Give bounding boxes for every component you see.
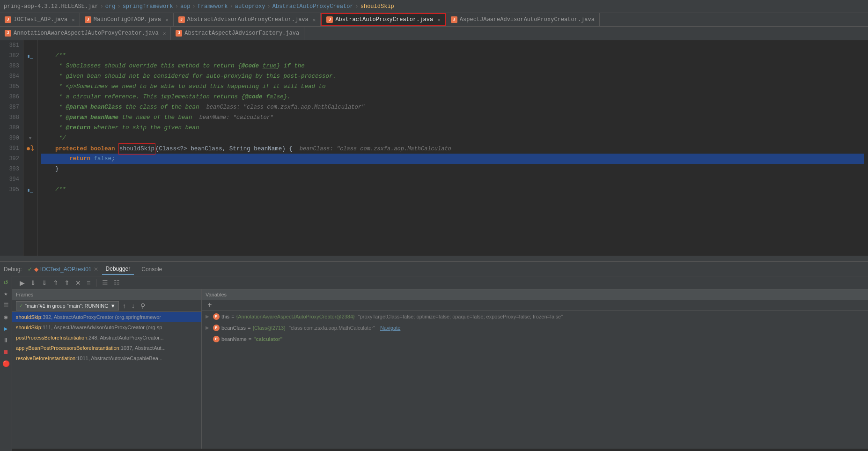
- tab-icon-annotation: J: [5, 30, 11, 37]
- tab-annotation[interactable]: J AnnotationAwareAspectJAutoProxyCreator…: [0, 27, 171, 40]
- var-name-beanclass: beanClass: [221, 323, 246, 333]
- tab-mainconfig[interactable]: J MainConfigOfAOP.java ✕: [80, 13, 174, 26]
- gutter-387: [23, 102, 37, 112]
- tab-close-ioctest[interactable]: ✕: [72, 17, 75, 23]
- sidebar-icon-pause[interactable]: ⏸: [1, 336, 11, 345]
- line-num-388: 388: [4, 112, 19, 123]
- breadcrumb-class[interactable]: AbstractAutoProxyCreator: [272, 3, 353, 10]
- variables-panel: Variables + ▶ P this = {AnnotationAwareA…: [202, 289, 868, 449]
- sidebar-icon-star[interactable]: ★: [1, 289, 11, 298]
- frame-item-2[interactable]: postProcessBeforeInstantiation:248, Abst…: [12, 333, 201, 343]
- restore-button[interactable]: ≡: [85, 278, 92, 288]
- tab-label-abstractadvisor: AbstractAdvisorAutoProxyCreator.java: [187, 16, 309, 23]
- add-variable-button[interactable]: +: [206, 301, 214, 310]
- resume-button[interactable]: ▶: [18, 278, 27, 288]
- horizontal-scrollbar[interactable]: [0, 256, 868, 261]
- line-numbers: 381 382 383 384 385 386 387 388 389 390 …: [0, 40, 23, 256]
- debug-session-close[interactable]: ✕: [94, 266, 98, 273]
- frame-item-1[interactable]: shouldSkip:111, AspectJAwareAdvisorAutoP…: [12, 322, 201, 333]
- sidebar-icon-resume[interactable]: ↺: [1, 277, 11, 287]
- var-equals-this: =: [231, 312, 234, 321]
- breadcrumb-method[interactable]: shouldSkip: [360, 3, 394, 10]
- show-button[interactable]: ☷: [112, 278, 122, 288]
- tab-close-mainconfig[interactable]: ✕: [165, 17, 169, 23]
- frame-item-4[interactable]: resolveBeforeInstantiation:1011, Abstrac…: [12, 353, 201, 363]
- step-over-button[interactable]: ⇓: [29, 278, 38, 288]
- sidebar-icon-list[interactable]: ☰: [1, 301, 11, 310]
- sidebar-icon-dot[interactable]: ◉: [1, 312, 11, 322]
- tab-bar: J IOCTest_AOP.java ✕ J MainConfigOfAOP.j…: [0, 13, 868, 40]
- sidebar-icon-record[interactable]: 🔴: [1, 359, 11, 369]
- thread-up-button[interactable]: ↑: [121, 301, 128, 311]
- tab-aspectjaware[interactable]: J AspectJAwareAdvisorAutoProxyCreator.ja…: [446, 13, 600, 26]
- var-navigate-beanclass[interactable]: Navigate: [380, 323, 400, 333]
- line-num-386: 386: [4, 92, 19, 102]
- var-value-beanclass: {Class@2713}: [252, 323, 286, 333]
- tab-icon-mainconfig: J: [85, 16, 91, 23]
- debug-panel: Debug: ✓ ◆ IOCTest_AOP.test01 ✕ Debugger…: [0, 261, 868, 449]
- tab-close-annotation[interactable]: ✕: [163, 30, 166, 37]
- tab-abstractauto[interactable]: J AbstractAutoProxyCreator.java ✕: [321, 13, 446, 26]
- tab-row-2: J AnnotationAwareAspectJAutoProxyCreator…: [0, 27, 868, 40]
- code-line-381: [41, 40, 864, 51]
- tab-debugger[interactable]: Debugger: [102, 264, 134, 275]
- breadcrumb-sep-1: ›: [100, 3, 103, 10]
- tab-abstractadvisor[interactable]: J AbstractAdvisorAutoProxyCreator.java ✕: [174, 13, 321, 26]
- tab-ioctest[interactable]: J IOCTest_AOP.java ✕: [0, 13, 80, 26]
- frame-item-0[interactable]: shouldSkip:392, AbstractAutoProxyCreator…: [12, 312, 201, 322]
- breadcrumb-autoproxy[interactable]: autoproxy: [235, 3, 265, 10]
- code-line-388: * @param beanName the name of the bean b…: [41, 112, 864, 123]
- toolbar-divider: [96, 279, 96, 287]
- debug-toolbar-buttons: ▶ ⇓ ⇓ ⇑ ⇑ ✕ ≡ ☰ ☷: [18, 278, 122, 288]
- var-arrow-beanname: [206, 334, 211, 344]
- gutter-393: [23, 164, 37, 174]
- var-equals-beanclass: =: [248, 323, 250, 333]
- breadcrumb-org[interactable]: org: [105, 3, 116, 10]
- variables-header-label: Variables: [206, 292, 227, 297]
- thread-filter-button[interactable]: ⚲: [139, 301, 147, 311]
- thread-down-button[interactable]: ↓: [130, 301, 137, 311]
- code-line-385: * <p>Sometimes we need to be able to avo…: [41, 81, 864, 92]
- tab-abstractaspect[interactable]: J AbstractAspectJAdvisorFactory.java: [171, 27, 304, 40]
- gutter-385: [23, 81, 37, 92]
- var-value-this: {AnnotationAwareAspectJAutoProxyCreator@…: [236, 312, 355, 321]
- sidebar-icon-play[interactable]: ▶: [1, 324, 11, 333]
- var-item-beanclass[interactable]: ▶ P beanClass = {Class@2713} "class com.…: [202, 322, 868, 333]
- tab-row-1: J IOCTest_AOP.java ✕ J MainConfigOfAOP.j…: [0, 13, 868, 27]
- code-lines[interactable]: /** * Subclasses should override this me…: [37, 40, 868, 256]
- debug-session-label[interactable]: IOCTest_AOP.test01: [40, 266, 92, 273]
- breadcrumb-aop[interactable]: aop: [180, 3, 191, 10]
- code-line-383: * Subclasses should override this method…: [41, 61, 864, 71]
- line-num-381: 381: [4, 40, 19, 51]
- table-view-button[interactable]: ☰: [100, 278, 110, 288]
- breadcrumb-jar[interactable]: pring-aop-4.3.12.RELEASE.jar: [4, 3, 98, 10]
- drop-frame-button[interactable]: ✕: [74, 278, 83, 288]
- var-arrow-this: ▶: [206, 312, 211, 321]
- code-line-393: }: [41, 164, 864, 174]
- tab-close-abstractadvisor[interactable]: ✕: [313, 17, 316, 23]
- step-into-button[interactable]: ⇓: [40, 278, 49, 288]
- line-num-384: 384: [4, 71, 19, 81]
- frame-item-3[interactable]: applyBeanPostProcessorsBeforeInstantiati…: [12, 343, 201, 353]
- thread-selector[interactable]: ✓ "main"#1 in group "main": RUNNING ▼: [16, 301, 119, 311]
- var-desc-this: "proxyTargetClass=false; optimize=false;…: [357, 312, 563, 321]
- run-to-cursor-button[interactable]: ⇑: [62, 278, 72, 288]
- code-line-390: */: [41, 133, 864, 143]
- var-item-beanname[interactable]: P beanName = "calculator": [202, 333, 868, 345]
- breadcrumb-springframework[interactable]: springframework: [123, 3, 173, 10]
- tab-console[interactable]: Console: [138, 264, 166, 274]
- gutter-390[interactable]: ▼: [23, 133, 37, 143]
- step-out-button[interactable]: ⇑: [51, 278, 60, 288]
- tab-icon-abstractauto: J: [326, 16, 333, 23]
- sidebar-icon-stop[interactable]: ⏹: [1, 347, 11, 357]
- var-item-this[interactable]: ▶ P this = {AnnotationAwareAspectJAutoPr…: [202, 311, 868, 322]
- gutter-383: [23, 61, 37, 71]
- frames-header: Frames: [12, 289, 201, 300]
- tab-label-mainconfig: MainConfigOfAOP.java: [94, 16, 161, 23]
- breadcrumb-framework[interactable]: framework: [198, 3, 228, 10]
- tab-close-abstractauto[interactable]: ✕: [437, 17, 441, 23]
- gutter-391[interactable]: ●⤵: [23, 143, 37, 154]
- gutter-394: [23, 174, 37, 185]
- debug-label: Debug:: [4, 266, 22, 273]
- frames-toolbar: ✓ "main"#1 in group "main": RUNNING ▼ ↑ …: [12, 300, 201, 312]
